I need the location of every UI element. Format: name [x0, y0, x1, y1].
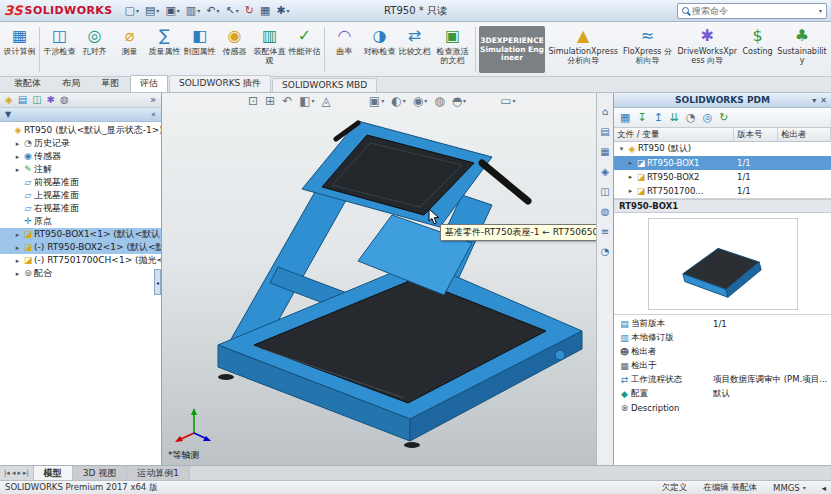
rebuild-icon[interactable]: ↻: [243, 4, 256, 17]
previous-view-icon[interactable]: ↶: [282, 95, 292, 107]
undo-icon[interactable]: ↶▾: [204, 4, 221, 17]
performance-evaluation-button[interactable]: ✓性能评估: [287, 24, 322, 75]
3dexperience-simulation-button[interactable]: 3DEXPERIENCE Simulation Engineer: [479, 26, 545, 73]
pdm-menu-icon[interactable]: ▾: [812, 96, 816, 105]
print-icon[interactable]: ▥▾: [184, 4, 202, 17]
pdm-row-rt950-box1[interactable]: ▸◪RT950-BOX1 1/1: [614, 156, 831, 170]
solidworks-pdm-icon[interactable]: ◈: [601, 167, 609, 177]
open-document-icon[interactable]: ▤▾: [143, 4, 161, 17]
pdm-get-latest-icon[interactable]: ⇊: [670, 111, 679, 124]
pdm-row-rt950[interactable]: ▾◈RT950 (默认): [614, 142, 831, 156]
pdm-refresh-icon[interactable]: ↻: [719, 111, 728, 124]
compare-documents-button[interactable]: ⇄比较文档: [397, 24, 432, 75]
pdm-check-in-icon[interactable]: ↥: [654, 111, 663, 124]
interference-detection-button[interactable]: ◫干涉检查: [42, 24, 77, 75]
search-dropdown-icon[interactable]: ▾: [819, 7, 822, 14]
section-view-icon[interactable]: ◧▾: [299, 95, 314, 107]
tree-item-sensors[interactable]: ▸◉传感器: [0, 150, 161, 163]
pdm-history-icon[interactable]: ◔: [686, 111, 696, 124]
search-input[interactable]: [692, 6, 818, 16]
assembly-visualization-button[interactable]: ▥装配体直观: [252, 24, 287, 75]
featuremanager-tab-icon[interactable]: ◈: [5, 95, 13, 105]
treadmill-model[interactable]: [162, 93, 596, 465]
last-tab-icon[interactable]: ▸|: [23, 469, 29, 477]
column-header-checked-out-by[interactable]: 检出者: [778, 128, 831, 141]
tree-item-root[interactable]: ◈RT950 (默认<默认_显示状态-1>): [0, 124, 161, 137]
simulationxpress-button[interactable]: ▲SimulationXpress 分析向导: [546, 24, 620, 75]
tree-item-rt7501700ch[interactable]: ▸◪(-) RT7501700CH<1> (抛光<<默认: [0, 254, 161, 267]
view-palette-icon[interactable]: ◫: [600, 187, 609, 197]
column-header-version[interactable]: 版本号: [734, 128, 778, 141]
tab-motion-study[interactable]: 运动算例1: [127, 466, 190, 480]
display-style-icon[interactable]: ◐▾: [391, 95, 406, 107]
panel-splitter-collapse-button[interactable]: ◂: [154, 269, 161, 295]
zoom-area-icon[interactable]: ⊞: [265, 95, 275, 107]
tree-item-history[interactable]: ▸◔历史记录: [0, 137, 161, 150]
sustainability-button[interactable]: ♣Sustainability: [775, 24, 829, 75]
panel-overflow-icon[interactable]: »: [150, 95, 156, 105]
hole-alignment-button[interactable]: ◎孔对齐: [77, 24, 112, 75]
design-study-button[interactable]: ▦设计算例: [2, 24, 37, 75]
options-icon[interactable]: ✱▾: [274, 4, 291, 17]
tab-solidworks-addins[interactable]: SOLIDWORKS 插件: [169, 75, 271, 92]
costing-button[interactable]: $Costing: [740, 24, 775, 75]
file-explorer-icon[interactable]: ▦: [600, 147, 609, 157]
driveworksxpress-button[interactable]: ✱DriveWorksXpress 向导: [674, 24, 740, 75]
mass-properties-button[interactable]: ∑质量属性: [147, 24, 182, 75]
pdm-search-icon[interactable]: ◎: [703, 111, 713, 124]
dimxpertmanager-tab-icon[interactable]: ✱: [47, 95, 55, 105]
curvature-button[interactable]: ◠曲率: [327, 24, 362, 75]
hide-show-items-icon[interactable]: ◉▾: [413, 95, 428, 107]
tab-assembly[interactable]: 装配体: [4, 75, 51, 92]
zoom-fit-icon[interactable]: ⊡: [248, 95, 258, 107]
tab-sketch[interactable]: 草图: [91, 75, 129, 92]
solidworks-forum-icon[interactable]: ◔: [601, 247, 610, 257]
propertymanager-tab-icon[interactable]: ▤: [18, 95, 27, 105]
select-icon[interactable]: ↖▾: [223, 4, 240, 17]
sensor-button[interactable]: ◉传感器: [217, 24, 252, 75]
dynamic-annotation-icon[interactable]: ◬: [322, 95, 331, 107]
tree-filter-bar[interactable]: ▼ «: [0, 108, 161, 122]
graphics-area[interactable]: ⊡ ⊞ ↶ ◧▾ ◬ ▣▾ ◐▾ ◉▾ ◍ ◓▾ ▭▾ 基准零件-RT750表座…: [162, 93, 596, 465]
tab-3d-views[interactable]: 3D 视图: [73, 466, 128, 480]
section-properties-button[interactable]: ◧剖面属性: [182, 24, 217, 75]
pdm-row-rt7501700[interactable]: ▸◪RT7501700... 1/1: [614, 184, 831, 198]
panel-collapse-icon[interactable]: «: [151, 110, 156, 119]
tab-evaluate[interactable]: 评估: [130, 75, 168, 92]
tree-item-mates[interactable]: ▸⊚配合: [0, 267, 161, 280]
tab-layout[interactable]: 布局: [52, 75, 90, 92]
close-icon[interactable]: ✕: [820, 96, 827, 105]
view-orientation-icon[interactable]: ▣▾: [369, 95, 384, 107]
column-header-file[interactable]: 文件 / 变量: [614, 128, 734, 141]
previous-tab-icon[interactable]: ◂: [12, 469, 16, 477]
symmetry-check-button[interactable]: ◑对称检查: [362, 24, 397, 75]
design-library-icon[interactable]: ▤: [600, 127, 609, 137]
save-icon[interactable]: ▣▾: [163, 4, 181, 17]
appearances-scenes-icon[interactable]: ◍: [601, 207, 610, 217]
file-properties-icon[interactable]: ▦: [258, 4, 272, 17]
tree-item-rt950-box1[interactable]: ▸◪RT950-BOX1<1> (默认<默认: [0, 228, 161, 241]
tree-item-annotations[interactable]: ▸✎注解: [0, 163, 161, 176]
tab-solidworks-mbd[interactable]: SOLIDWORKS MBD: [272, 78, 377, 92]
pdm-row-rt950-box2[interactable]: ▸◪RT950-BOX2 1/1: [614, 170, 831, 184]
tree-item-right-plane[interactable]: ▱右视基准面: [0, 202, 161, 215]
measure-button[interactable]: ⌀测量: [112, 24, 147, 75]
configurationmanager-tab-icon[interactable]: ◫: [32, 95, 41, 105]
units-selector[interactable]: MMGS▾: [773, 483, 806, 493]
tree-item-rt950-box2[interactable]: ▸◪(-) RT950-BOX2<1> (默认<默认: [0, 241, 161, 254]
next-tab-icon[interactable]: ▸: [17, 469, 21, 477]
tab-model[interactable]: 模型: [34, 466, 73, 480]
command-search[interactable]: ▾: [677, 3, 827, 19]
solidworks-resources-icon[interactable]: ⌂: [602, 107, 608, 117]
tags-icon[interactable]: ◂: [822, 483, 826, 493]
view-settings-icon[interactable]: ▭▾: [500, 95, 515, 107]
check-active-document-button[interactable]: ▣检查激活的文档: [432, 24, 473, 75]
tree-item-origin[interactable]: ✛原点: [0, 215, 161, 228]
displaymanager-tab-icon[interactable]: ◍: [60, 95, 69, 105]
new-document-icon[interactable]: ▢▾: [123, 4, 141, 17]
pdm-vault-view-icon[interactable]: ▦: [620, 111, 630, 124]
apply-scene-icon[interactable]: ◓▾: [452, 95, 467, 107]
tree-item-front-plane[interactable]: ▱前视基准面: [0, 176, 161, 189]
floxpress-button[interactable]: ≈FloXpress 分析向导: [620, 24, 674, 75]
pdm-check-out-icon[interactable]: ↧: [637, 111, 646, 124]
